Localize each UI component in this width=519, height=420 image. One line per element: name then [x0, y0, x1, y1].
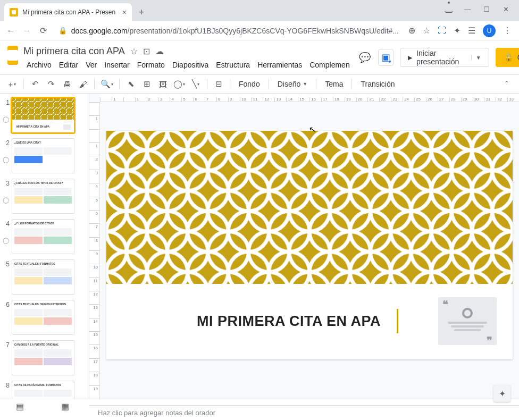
explore-button[interactable]: ✦	[493, 385, 510, 402]
address-bar: ← → ⟳ 🔒 docs.google.com/presentation/d/1…	[0, 21, 519, 40]
meet-icon[interactable]: ▣▾	[378, 49, 394, 66]
redo-button[interactable]: ↷	[44, 77, 58, 91]
slide-thumb-5[interactable]: 5CITAS TEXTUALES: FORMATOS	[0, 259, 87, 295]
slide-thumb-8[interactable]: 8CITAS DE PARÁFRASIS: FORMATOS	[0, 381, 87, 399]
lock-share-icon: 🔒	[504, 53, 513, 62]
comments-icon[interactable]: 💬	[358, 49, 372, 65]
notes-placeholder: Haz clic para agregar notas del orador	[98, 409, 215, 417]
comment-tool[interactable]: ⊟	[212, 77, 225, 91]
tab-search-icon[interactable]	[445, 4, 453, 13]
select-tool[interactable]: ⬉	[124, 77, 138, 91]
background-button[interactable]: Fondo	[235, 80, 264, 88]
quote-graphic: ❝ ❞	[438, 297, 497, 345]
reload-button[interactable]: ⟳	[38, 26, 49, 36]
menu-archivo[interactable]: Archivo	[23, 60, 55, 70]
maximize-icon[interactable]: ☐	[482, 5, 491, 13]
url-field[interactable]: 🔒 docs.google.com/presentation/d/1okpfU1…	[54, 27, 403, 35]
menu-ver[interactable]: Ver	[82, 60, 100, 70]
forward-button[interactable]: →	[22, 26, 33, 36]
svg-rect-6	[106, 131, 513, 284]
star-doc-icon[interactable]: ☆	[130, 46, 138, 56]
canvas-area[interactable]: 1123456789101112131415161718192021222324…	[89, 94, 519, 399]
print-button[interactable]: 🖶	[60, 77, 74, 91]
line-tool[interactable]: ╲▾	[189, 77, 203, 91]
image-tool[interactable]: 🖼	[156, 77, 170, 91]
slide-thumb-4[interactable]: 4◯¿Y LOS FORMATOS DE CITAS?	[0, 219, 87, 254]
menu-formato[interactable]: Formato	[134, 60, 168, 70]
textbox-tool[interactable]: ⊞	[140, 77, 154, 91]
close-tab-icon[interactable]: ×	[122, 8, 127, 16]
menu-herramientas[interactable]: Herramientas	[254, 60, 305, 70]
move-doc-icon[interactable]: ⊡	[143, 46, 150, 56]
grid-view-icon[interactable]: ▦	[61, 401, 69, 411]
ruler-horizontal: 1123456789101112131415161718192021222324…	[100, 94, 519, 102]
main-area: 1◯MI PRIMERA CITA EN APA2◯¿QUÉ ES UNA CI…	[0, 94, 519, 399]
menu-diapositiva[interactable]: Diapositiva	[169, 60, 212, 70]
slide-thumb-6[interactable]: 6CITAS TEXTUALES: SEGÚN EXTENSIÓN	[0, 300, 87, 335]
menu-editar[interactable]: Editar	[56, 60, 82, 70]
close-window-icon[interactable]: ✕	[501, 5, 510, 13]
speaker-notes[interactable]: Haz clic para agregar notas del orador	[89, 405, 519, 420]
zoom-icon[interactable]: ⊕	[408, 26, 415, 36]
menu-estructura[interactable]: Estructura	[213, 60, 253, 70]
present-dropdown[interactable]: ▼	[471, 55, 485, 61]
filmstrip[interactable]: 1◯MI PRIMERA CITA EN APA2◯¿QUÉ ES UNA CI…	[0, 94, 89, 399]
slide-thumb-2[interactable]: 2◯¿QUÉ ES UNA CITA?	[0, 138, 87, 173]
slides-logo[interactable]	[7, 46, 18, 65]
menu-complemen[interactable]: Complemen	[306, 60, 353, 70]
slides-favicon	[10, 8, 18, 16]
accent-bar	[397, 309, 398, 333]
slide-thumb-7[interactable]: 7CAMBIOS A LA FUENTE ORIGINAL	[0, 340, 87, 375]
profile-avatar[interactable]: U	[483, 24, 496, 37]
lock-icon: 🔒	[58, 27, 67, 35]
document-title[interactable]: Mi primera cita con APA	[23, 46, 125, 57]
tab-title: Mi primera cita con APA - Presen	[22, 9, 118, 16]
url-text: docs.google.com/presentation/d/1okpfU1BJ…	[71, 27, 399, 35]
browser-tab[interactable]: Mi primera cita con APA - Presen ×	[4, 3, 132, 21]
menu-insertar[interactable]: Insertar	[101, 60, 132, 70]
reading-list-icon[interactable]: ☰	[468, 26, 475, 36]
slide-canvas[interactable]: MI PRIMERA CITA EN APA ❝ ❞	[106, 131, 513, 359]
toolbar: +▾ ↶ ↷ 🖶 🖌 🔍▾ ⬉ ⊞ 🖼 ◯▾ ╲▾ ⊟ Fondo Diseño…	[0, 74, 519, 94]
minimize-icon[interactable]: —	[463, 5, 472, 13]
theme-button[interactable]: Tema	[321, 80, 347, 88]
slide-title[interactable]: MI PRIMERA CITA EN APA	[197, 313, 381, 330]
share-button[interactable]: 🔒 Compartir	[496, 48, 519, 67]
app-header: Mi primera cita con APA ☆ ⊡ ☁ ArchivoEdi…	[0, 40, 519, 70]
window-controls: — ☐ ✕	[445, 0, 519, 21]
filmstrip-view-icon[interactable]: ▤	[16, 401, 24, 411]
collapse-toolbar-icon[interactable]: ˆ	[500, 77, 514, 91]
browser-tab-strip: Mi primera cita con APA - Presen × + — ☐…	[0, 0, 519, 21]
shape-tool[interactable]: ◯▾	[172, 77, 187, 91]
chrome-menu-icon[interactable]: ⋮	[503, 26, 512, 36]
zoom-button[interactable]: 🔍▾	[99, 77, 115, 91]
ruler-vertical: 112345678910111213141516171819	[89, 102, 100, 399]
present-label: Iniciar presentación	[416, 49, 467, 66]
slide-thumb-1[interactable]: 1◯MI PRIMERA CITA EN APA	[0, 98, 87, 133]
new-slide-button[interactable]: +▾	[5, 77, 19, 91]
extensions-icon[interactable]: ✦	[454, 26, 461, 36]
present-button[interactable]: ▶ Iniciar presentación ▼	[400, 48, 489, 67]
star-icon[interactable]: ☆	[423, 26, 430, 36]
slide-thumb-3[interactable]: 3◯¿CUÁLES SON LOS TIPOS DE CITAS?	[0, 179, 87, 214]
transition-button[interactable]: Transición	[356, 80, 399, 88]
undo-button[interactable]: ↶	[28, 77, 42, 91]
translate-icon[interactable]: ⛶	[438, 26, 446, 36]
cloud-status-icon[interactable]: ☁	[155, 46, 164, 56]
play-icon: ▶	[408, 54, 412, 61]
paint-format-button[interactable]: 🖌	[76, 77, 90, 91]
slide-pattern	[106, 131, 513, 284]
layout-button[interactable]: Diseño▼	[273, 80, 312, 88]
new-tab-button[interactable]: +	[134, 5, 149, 20]
back-button[interactable]: ←	[5, 26, 16, 36]
menu-bar: ArchivoEditarVerInsertarFormatoDiapositi…	[23, 60, 353, 70]
